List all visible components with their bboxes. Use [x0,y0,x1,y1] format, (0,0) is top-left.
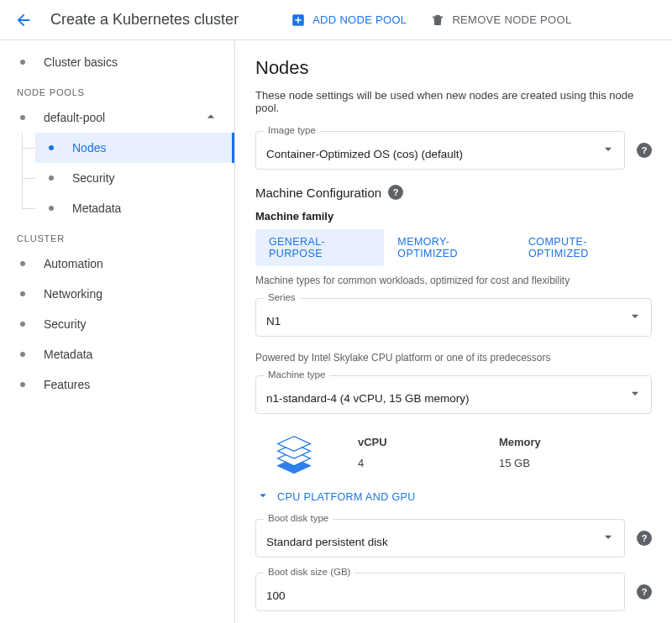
sidebar-item-label: Automation [44,257,103,270]
memory-value: 15 GB [499,457,541,469]
machine-family-tabs: GENERAL-PURPOSE MEMORY-OPTIMIZED COMPUTE… [255,229,652,266]
field-label: Series [264,292,300,302]
series-select[interactable]: Series N1 [255,298,652,337]
vcpu-value: 4 [358,457,459,469]
add-node-pool-button[interactable]: ADD NODE POOL [291,13,407,28]
machine-config-title: Machine Configuration [255,186,381,200]
sidebar-group-cluster: CLUSTER [0,223,234,249]
sidebar-item-automation[interactable]: Automation [0,249,234,279]
sidebar-sub-default-pool: Nodes Security Metadata [0,133,234,223]
sidebar-item-label: Cluster basics [44,55,118,69]
chevron-down-icon [255,488,270,505]
boot-disk-size-field-wrap: Boot disk size (GB) 100 ? [255,573,652,611]
sidebar-item-label: Security [44,317,87,331]
field-value: Standard persistent disk [266,536,594,548]
field-label: Machine type [264,369,329,380]
topbar: Create a Kubernetes cluster ADD NODE POO… [0,0,672,40]
cpu-gpu-expander[interactable]: CPU PLATFORM AND GPU [255,488,652,505]
sidebar-subitem-metadata[interactable]: Metadata [35,193,234,223]
sidebar-subitem-nodes[interactable]: Nodes [35,133,234,163]
dropdown-arrow-icon [600,141,617,160]
tab-hint: Machine types for common workloads, opti… [255,275,652,286]
field-value: N1 [266,315,621,327]
bullet-icon [49,145,54,150]
bullet-icon [49,175,54,181]
dropdown-arrow-icon [627,385,643,405]
help-icon[interactable]: ? [637,143,652,158]
sidebar-subitem-security[interactable]: Security [35,163,234,193]
boot-disk-type-select[interactable]: Boot disk type Standard persistent disk [255,519,625,558]
image-type-select[interactable]: Image type Container-Optimized OS (cos) … [255,131,625,170]
memory-label: Memory [499,436,541,448]
layout: Cluster basics NODE POOLS default-pool N… [0,40,672,623]
machine-type-select[interactable]: Machine type n1-standard-4 (4 vCPU, 15 G… [255,375,652,414]
bullet-icon [20,322,25,327]
field-label: Image type [264,125,320,135]
sidebar-item-metadata[interactable]: Metadata [0,339,234,369]
tree-line-h [22,178,35,179]
vcpu-label: vCPU [358,436,459,448]
tab-compute-optimized[interactable]: COMPUTE-OPTIMIZED [515,229,652,266]
bullet-icon [20,261,25,266]
machine-config-header: Machine Configuration ? [255,185,652,200]
sidebar-item-cluster-basics[interactable]: Cluster basics [0,47,234,77]
section-description: These node settings will be used when ne… [255,89,652,114]
bullet-icon [49,206,54,211]
trash-icon [430,13,445,28]
tab-memory-optimized[interactable]: MEMORY-OPTIMIZED [384,229,515,266]
machine-summary: vCPU 4 Memory 15 GB [270,429,652,476]
content: Nodes These node settings will be used w… [235,40,672,623]
tree-line-h [22,148,35,149]
bullet-icon [20,60,25,65]
dropdown-arrow-icon [627,308,643,327]
field-value: 100 [266,589,594,602]
sidebar-item-security[interactable]: Security [0,309,234,339]
vcpu-column: vCPU 4 [358,436,459,469]
add-node-pool-label: ADD NODE POOL [312,13,407,26]
bullet-icon [20,115,25,120]
remove-node-pool-button[interactable]: REMOVE NODE POOL [430,13,571,28]
bullet-icon [20,382,25,387]
cpu-gpu-expander-label: CPU PLATFORM AND GPU [277,491,416,503]
sidebar-item-label: Features [44,378,90,391]
tab-general-purpose[interactable]: GENERAL-PURPOSE [255,229,384,266]
sidebar-item-networking[interactable]: Networking [0,279,234,309]
help-icon[interactable]: ? [637,584,652,599]
field-label: Boot disk type [264,513,333,523]
sidebar-subitem-label: Metadata [72,202,121,215]
sidebar-subitem-label: Nodes [72,141,106,154]
bullet-icon [20,352,25,357]
tree-line [22,133,23,208]
add-box-icon [291,13,306,28]
boot-disk-type-field-wrap: Boot disk type Standard persistent disk … [255,519,652,558]
machine-family-label: Machine family [255,210,652,222]
sidebar-item-default-pool[interactable]: default-pool [0,102,234,133]
sidebar-item-label: Networking [44,287,102,301]
machine-type-field-wrap: Machine type n1-standard-4 (4 vCPU, 15 G… [255,375,652,414]
help-icon[interactable]: ? [388,185,403,200]
machine-stack-icon [270,429,318,476]
field-value: Container-Optimized OS (cos) (default) [266,148,594,160]
series-hint: Powered by Intel Skylake CPU platform or… [255,352,652,364]
sidebar-subitem-label: Security [72,171,115,185]
field-label: Boot disk size (GB) [264,567,354,577]
field-value: n1-standard-4 (4 vCPU, 15 GB memory) [266,392,621,405]
top-actions: ADD NODE POOL REMOVE NODE POOL [291,13,571,28]
section-title: Nodes [255,57,652,79]
tree-line-h [22,208,35,209]
memory-column: Memory 15 GB [499,436,541,469]
sidebar-group-node-pools: NODE POOLS [0,77,234,102]
sidebar-item-label: Metadata [44,348,92,361]
chevron-up-icon [202,108,219,128]
remove-node-pool-label: REMOVE NODE POOL [452,13,571,26]
image-type-field-wrap: Image type Container-Optimized OS (cos) … [255,131,652,170]
sidebar-item-features[interactable]: Features [0,369,234,400]
help-icon[interactable]: ? [637,531,652,546]
sidebar-item-label: default-pool [44,111,105,124]
series-field-wrap: Series N1 [255,298,652,337]
sidebar: Cluster basics NODE POOLS default-pool N… [0,40,235,623]
boot-disk-size-input[interactable]: Boot disk size (GB) 100 [255,573,625,611]
bullet-icon [20,291,25,296]
back-arrow-icon[interactable] [13,10,34,30]
dropdown-arrow-icon [600,529,617,548]
